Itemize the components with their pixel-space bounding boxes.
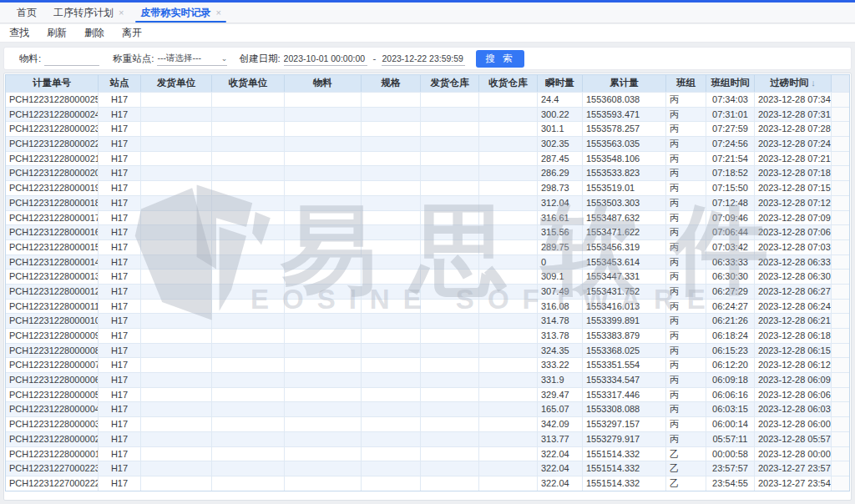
table-row[interactable]: PCH12231228000012H17307.491553431.752丙06… (6, 284, 849, 299)
table-row[interactable]: PCH12231228000009H17313.781553383.879丙06… (6, 328, 849, 343)
column-header[interactable]: 瞬时量 (538, 75, 583, 92)
row-filler (832, 108, 849, 122)
tab-process-transfer-plan[interactable]: 工序转序计划 × (45, 3, 132, 23)
close-icon[interactable]: × (119, 8, 124, 18)
table-cell (421, 314, 479, 328)
table-row[interactable]: PCH12231228000007H17333.221553351.554丙06… (6, 357, 849, 372)
table-cell (362, 240, 421, 255)
column-header[interactable]: 发货单位 (141, 75, 212, 92)
table-cell: 2023-12-28 06:27 (755, 285, 832, 299)
table-cell (212, 314, 285, 328)
table-cell (141, 152, 212, 166)
table-row[interactable]: PCH12231228000023H17301.11553578.257丙07:… (6, 121, 849, 136)
table-cell: H17 (99, 166, 141, 180)
table-row[interactable]: PCH12231228000008H17324.351553368.025丙06… (6, 343, 849, 358)
table-row[interactable]: PCH12231228000020H17286.291553533.823丙07… (6, 165, 849, 180)
table-row[interactable]: PCH12231228000001H17322.041551514.332乙00… (6, 446, 849, 461)
table-row[interactable]: PCH12231228000022H17302.351553563.035丙07… (6, 136, 849, 151)
table-row[interactable]: PCH12231228000013H17309.11553447.331丙06:… (6, 269, 849, 284)
find-button[interactable]: 查找 (9, 26, 29, 40)
material-input[interactable] (44, 52, 99, 66)
table-row[interactable]: PCH12231228000015H17289.751553456.319丙07… (6, 239, 849, 255)
column-header[interactable]: 累计量 (583, 75, 666, 92)
column-header[interactable]: 站点 (99, 75, 141, 92)
table-row[interactable]: PCH12231228000010H17314.781553399.891丙06… (6, 313, 849, 328)
table-cell: 1553487.632 (583, 211, 666, 225)
table-cell (362, 93, 421, 107)
table-cell (141, 461, 212, 476)
column-header[interactable]: 物料 (285, 75, 362, 92)
table-cell: PCH12231228000020 (6, 166, 99, 180)
table-cell (479, 93, 538, 107)
column-header[interactable]: 收货单位 (212, 75, 285, 92)
table-row[interactable]: PCH12231228000002H17313.771553279.917丙05… (6, 431, 849, 446)
table-cell: 07:06:44 (706, 225, 755, 239)
table-row[interactable]: PCH12231227000223H17322.041551514.332乙23… (6, 461, 849, 476)
table-cell: 05:57:11 (706, 432, 755, 446)
table-cell (362, 270, 421, 284)
tab-home[interactable]: 首页 (8, 3, 45, 23)
leave-button[interactable]: 离开 (122, 26, 142, 40)
search-button[interactable]: 搜 索 (476, 50, 524, 68)
table-row[interactable]: PCH12231228000005H17329.471553317.446丙06… (6, 387, 849, 402)
column-header[interactable]: 班组时间 (706, 75, 755, 92)
table-row[interactable]: PCH12231228000017H17316.611553487.632丙07… (6, 210, 849, 225)
refresh-button[interactable]: 刷新 (47, 26, 67, 40)
table-cell (362, 225, 421, 239)
table-cell: 07:03:42 (706, 240, 755, 255)
table-cell: 313.77 (538, 432, 583, 446)
table-cell (285, 476, 362, 491)
table-cell (479, 358, 538, 372)
column-header[interactable]: 过磅时间 ↓ (755, 75, 832, 92)
close-icon[interactable]: × (215, 8, 220, 18)
table-cell (362, 329, 421, 343)
column-header[interactable]: 班组 (666, 75, 706, 92)
column-header[interactable]: 发货仓库 (421, 75, 479, 92)
delete-button[interactable]: 删除 (84, 26, 104, 40)
table-cell (479, 108, 538, 122)
table-row[interactable]: PCH12231228000019H17298.731553519.01丙07:… (6, 180, 849, 195)
sort-desc-icon[interactable]: ↓ (808, 78, 816, 88)
table-cell (141, 358, 212, 372)
table-cell: 丙 (666, 166, 706, 180)
table-cell: 乙 (666, 447, 706, 461)
table-cell (479, 122, 538, 136)
table-row[interactable]: PCH12231228000011H17316.081553416.013丙06… (6, 299, 849, 314)
column-header[interactable]: 计量单号 (6, 75, 99, 92)
table-cell (141, 240, 212, 255)
tab-belt-scale-realtime-record[interactable]: 皮带称实时记录 × (132, 3, 229, 23)
date-from-input[interactable] (284, 52, 367, 66)
station-select[interactable]: ---请选择--- ⌄ (157, 52, 227, 66)
table-cell: 1553578.257 (583, 122, 666, 136)
table-row[interactable]: PCH12231228000004H17165.071553308.088丙06… (6, 401, 849, 416)
table-row[interactable]: PCH12231228000006H17331.91553334.547丙06:… (6, 372, 849, 387)
table-cell: 302.35 (538, 137, 583, 151)
table-cell: PCH12231228000017 (6, 211, 99, 225)
table-cell: PCH12231228000007 (6, 358, 99, 372)
row-filler (832, 122, 849, 136)
column-header[interactable]: 规格 (362, 75, 421, 92)
table-cell: 1551514.332 (583, 461, 666, 476)
row-filler (832, 358, 849, 372)
table-row[interactable]: PCH12231228000024H17300.221553593.471丙07… (6, 107, 849, 122)
table-cell: 1553456.319 (583, 240, 666, 255)
table-cell (285, 402, 362, 416)
table-cell: 2023-12-28 07:03 (755, 240, 832, 255)
table-cell: 333.22 (538, 358, 583, 372)
table-row[interactable]: PCH12231227000222H17322.041551514.332乙23… (6, 476, 849, 491)
table-row[interactable]: PCH12231228000021H17287.451553548.106丙07… (6, 151, 849, 166)
table-cell: 丙 (666, 285, 706, 299)
column-header[interactable]: 收货仓库 (479, 75, 538, 92)
table-row[interactable]: PCH12231228000014H1701553453.614丙06:33:3… (6, 255, 849, 270)
table-row[interactable]: PCH12231228000018H17312.041553503.303丙07… (6, 195, 849, 210)
table-cell: 乙 (666, 461, 706, 476)
table-cell (141, 255, 212, 270)
table-row[interactable]: PCH12231228000003H17342.091553297.157丙06… (6, 416, 849, 431)
table-row[interactable]: PCH12231228000016H17315.561553471.622丙07… (6, 224, 849, 239)
date-to-input[interactable] (382, 52, 465, 66)
table-cell: 06:21:26 (706, 314, 755, 328)
table-cell: H17 (99, 93, 141, 107)
table-row[interactable]: PCH12231228000025H1724.41553608.038丙07:3… (6, 92, 849, 107)
table-cell (212, 196, 285, 210)
table-cell (141, 344, 212, 358)
